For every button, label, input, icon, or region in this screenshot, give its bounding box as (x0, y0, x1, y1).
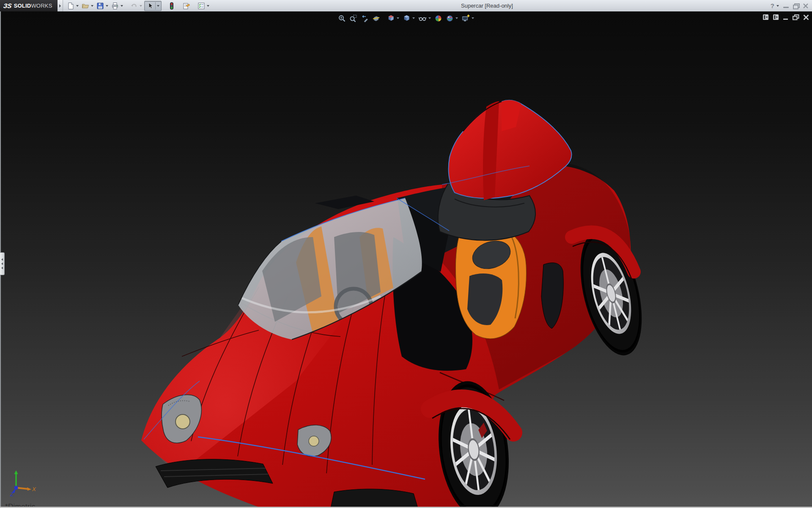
open-button[interactable] (81, 1, 94, 11)
view-settings-icon (461, 14, 470, 22)
new-document-icon (67, 2, 74, 10)
hide-show-items-icon (418, 14, 427, 22)
heads-up-view-toolbar (336, 14, 476, 23)
help-icon: ? (771, 2, 774, 9)
brand-solid: SOLID (14, 3, 31, 9)
undo-icon (130, 2, 138, 10)
dropdown-arrow-icon[interactable] (776, 5, 779, 7)
section-view-icon (372, 14, 380, 22)
window-controls: ? (771, 0, 809, 11)
close-icon[interactable] (803, 3, 809, 9)
chevron-right-icon (59, 4, 61, 8)
zoom-to-fit-button[interactable] (338, 14, 346, 22)
edit-appearance-button[interactable] (434, 14, 442, 22)
menu-expand-button[interactable] (58, 0, 63, 11)
zoom-to-area-icon (349, 14, 357, 22)
document-window-controls (763, 14, 809, 20)
rebuild-traffic-light-icon (168, 2, 176, 10)
driver-seat[interactable] (455, 226, 526, 339)
dropdown-arrow-icon[interactable] (106, 5, 108, 7)
print-button[interactable] (110, 1, 124, 11)
view-settings-button[interactable] (461, 14, 474, 22)
apply-scene-icon (446, 14, 454, 22)
document-title: Supercar [Read-only] (461, 0, 513, 11)
pane-expand-right-icon[interactable] (773, 14, 779, 20)
print-icon (111, 2, 119, 10)
view-orientation-icon (387, 14, 395, 22)
dropdown-arrow-icon[interactable] (455, 17, 458, 19)
divider (155, 2, 156, 10)
dropdown-arrow-icon[interactable] (157, 5, 159, 7)
open-icon (82, 2, 89, 10)
restore-icon[interactable] (793, 3, 798, 8)
zoom-to-area-button[interactable] (349, 14, 357, 22)
dropdown-arrow-icon[interactable] (428, 17, 431, 19)
chevron-left-icon (1, 267, 3, 269)
restore-icon[interactable] (793, 14, 799, 20)
options-button[interactable] (197, 1, 210, 11)
dropdown-arrow-icon (140, 5, 142, 7)
reference-triad: X Z (7, 469, 37, 500)
file-properties-button[interactable] (182, 1, 191, 11)
select-cursor-icon (146, 2, 154, 10)
help-button[interactable]: ? (771, 2, 779, 9)
dropdown-arrow-icon[interactable] (91, 5, 93, 7)
graphics-viewport[interactable]: X Z *Dimetric (0, 11, 812, 508)
view-orientation-button[interactable] (387, 14, 399, 22)
title-bar: ЗS SOLIDWORKS (0, 0, 812, 12)
previous-view-button[interactable] (361, 14, 369, 22)
edit-appearance-icon (434, 14, 442, 22)
zoom-to-fit-icon (338, 14, 346, 22)
brand-works: WORKS (31, 3, 52, 9)
display-style-icon (403, 14, 411, 22)
pane-collapse-left-icon[interactable] (763, 14, 769, 20)
solidworks-app-window: ЗS SOLIDWORKS (0, 0, 812, 508)
minimize-icon[interactable] (783, 7, 789, 8)
dropdown-arrow-icon[interactable] (207, 5, 209, 7)
rebuild-button[interactable] (167, 1, 176, 11)
save-icon (96, 2, 104, 10)
triad-x-label: X (32, 486, 36, 492)
minimize-icon[interactable] (783, 14, 789, 20)
previous-view-icon (361, 14, 369, 22)
collapsed-panel-handle[interactable] (0, 252, 5, 275)
supercar-3d-model[interactable] (0, 11, 812, 508)
save-button[interactable] (96, 1, 109, 11)
close-icon[interactable] (803, 14, 809, 20)
dropdown-arrow-icon[interactable] (76, 5, 79, 7)
hide-show-items-button[interactable] (418, 14, 431, 22)
dropdown-arrow-icon[interactable] (397, 17, 399, 19)
options-icon (198, 2, 205, 10)
new-document-button[interactable] (66, 1, 80, 11)
select-tool-button[interactable] (144, 1, 162, 11)
dropdown-arrow-icon[interactable] (472, 17, 474, 19)
3ds-logo-glyph: ЗS (3, 2, 12, 9)
chevron-left-icon (1, 262, 3, 265)
standard-toolbar (66, 1, 211, 11)
display-style-button[interactable] (403, 14, 415, 22)
triad-z-label: Z (10, 491, 14, 497)
dropdown-arrow-icon[interactable] (412, 17, 415, 19)
dropdown-arrow-icon[interactable] (121, 5, 123, 7)
chevron-left-icon (1, 258, 3, 261)
file-properties-icon (183, 2, 190, 10)
section-view-button[interactable] (372, 14, 380, 22)
solidworks-logo: ЗS SOLIDWORKS (0, 0, 58, 11)
undo-button[interactable] (129, 1, 143, 11)
apply-scene-button[interactable] (446, 14, 458, 22)
